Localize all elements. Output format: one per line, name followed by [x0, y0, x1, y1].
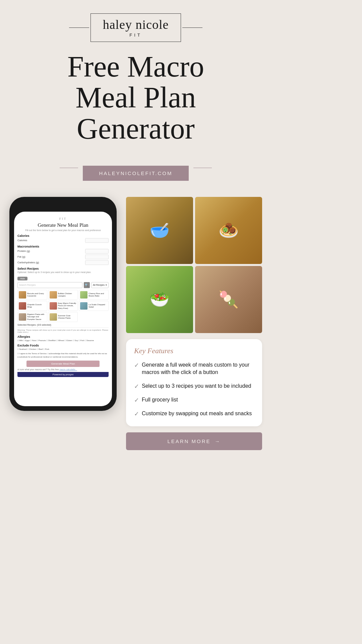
phone-optional-text: Optional: Select up to 3 recipes you wan…	[17, 271, 109, 273]
phone-screen: FIT Generate New Meal Plan Fill out the …	[14, 212, 112, 406]
phone-search-box[interactable]: Search Recipes	[17, 282, 82, 288]
learn-more-label: LEARN MORE	[167, 438, 210, 444]
phone-hide-btn[interactable]: Hide	[17, 277, 27, 280]
phone-exclude-label: Exclude Foods	[17, 344, 109, 347]
phone-title: Generate New Meal Plan	[17, 222, 109, 228]
phone-recipe-thumb-0	[19, 291, 26, 299]
logo-fit: FIT	[129, 33, 142, 38]
phone-recipe-thumb-4	[50, 302, 57, 310]
logo-line-left	[69, 28, 89, 28]
logo-script: haley nicole	[103, 18, 169, 32]
feature-check-2: ✓	[134, 383, 139, 390]
phone-warning: Warning: These recipes will show up in y…	[17, 329, 109, 333]
right-column: 🥣 🧆 🥗 🍡 Key Features ✓ Generate a full w…	[126, 197, 262, 450]
phone-recipe-name-7: Summer Goat Cheese Pasta	[58, 315, 77, 319]
phone-allergies-label: Allergies	[17, 335, 109, 338]
feature-text-1: Generate a full week of meals custom to …	[142, 361, 254, 376]
learn-more-arrow: →	[215, 438, 221, 444]
phone-calories-box[interactable]	[85, 238, 109, 243]
food-photo-salad: 🥗	[126, 266, 193, 333]
phone-selected-label: Selected Recipes: (0/3 selected)	[17, 324, 109, 326]
phone-subtitle: Fill out the form below to get a meal pl…	[17, 229, 109, 231]
phone-fat-label: Fat (g)	[17, 255, 25, 258]
phone-recipe-card-5[interactable]: La Scala Chopped Salad	[79, 301, 109, 311]
phone-carbs-box[interactable]	[85, 260, 109, 265]
phone-recipe-name-3: Chipotle Crunch Wrap	[27, 304, 46, 308]
phone-macro-text: ot sure what your macros are? Try this f…	[17, 368, 109, 371]
food-photo-chickpeas: 🥣	[126, 197, 193, 264]
phone-screen-inner: FIT Generate New Meal Plan Fill out the …	[17, 215, 109, 377]
feature-check-1: ✓	[134, 362, 139, 369]
phone-carbs-row: Carbohydrates (g)	[17, 260, 109, 265]
phone-calories-field-label: Calories	[17, 239, 27, 242]
phone-recipe-card-3[interactable]: Chipotle Crunch Wrap	[17, 301, 47, 311]
feature-item-4: ✓ Customize by swapping out meals and sn…	[134, 410, 254, 418]
key-features-card: Key Features ✓ Generate a full week of m…	[126, 339, 262, 426]
phone-dropdown[interactable]: All Recipes ▾	[91, 282, 109, 288]
feature-check-4: ✓	[134, 410, 139, 418]
feature-text-4: Customize by swapping out meals and snac…	[142, 410, 252, 417]
phone-recipe-card-6[interactable]: Rigatoni Pasta with Sausage and Pumpkin …	[17, 312, 47, 322]
logo-container: haley nicole FIT	[90, 13, 181, 42]
feature-item-2: ✓ Select up to 3 recipes you want to be …	[134, 382, 254, 390]
phone-calories-row: Calories	[17, 238, 109, 243]
phone-recipe-thumb-3	[19, 302, 26, 310]
phone-search-row: Search Recipes 🔍 All Recipes ▾	[17, 282, 109, 288]
phone-logo-area: FIT	[17, 215, 109, 221]
learn-more-btn[interactable]: LEARN MORE →	[126, 432, 262, 450]
phone-recipe-thumb-5	[80, 302, 87, 310]
content-row: FIT Generate New Meal Plan Fill out the …	[0, 197, 272, 450]
logo-line-right	[182, 28, 202, 28]
phone-allergies-items: □ Milk □ Eggs □ Nuts □ Peanuts □ Shellfi…	[17, 339, 109, 342]
phone-fat-row: Fat (g)	[17, 255, 109, 259]
main-title: Free Macro Meal Plan Generator	[61, 51, 211, 144]
phone-select-recipes-label: Select Recipes	[17, 267, 109, 270]
phone-mockup: FIT Generate New Meal Plan Fill out the …	[9, 197, 117, 411]
food-photo-meatballs: 🍡	[195, 266, 262, 333]
phone-recipe-card-2[interactable]: Cheesy Rice and Beans Bake	[79, 290, 109, 300]
phone-recipe-thumb-7	[50, 313, 57, 321]
phone-exclude-items: □ Seafood □ Chicken □ Beef □ Pork	[17, 348, 109, 351]
phone-recipe-name-2: Cheesy Rice and Beans Bake	[88, 292, 107, 297]
phone-recipe-card-1[interactable]: Buffalo Chicken Lasagna	[48, 290, 78, 300]
feature-check-3: ✓	[134, 396, 139, 404]
key-features-title: Key Features	[134, 346, 254, 355]
phone-generate-btn[interactable]: Generate Meal Plan	[26, 361, 100, 367]
badge-line-right	[193, 168, 212, 168]
phone-recipe-thumb-6	[19, 313, 26, 321]
phone-recipes-grid: Biscuits and Gravy CasseroleBuffalo Chic…	[17, 290, 109, 322]
feature-text-3: Full grocery list	[142, 396, 178, 404]
feature-item-3: ✓ Full grocery list	[134, 396, 254, 404]
food-photo-casserole: 🧆	[195, 197, 262, 264]
phone-carbs-label: Carbohydrates (g)	[17, 261, 39, 264]
phone-recipe-card-7[interactable]: Summer Goat Cheese Pasta	[48, 312, 78, 322]
phone-recipe-thumb-1	[50, 291, 57, 299]
phone-recipe-card-4[interactable]: Easy Macro Friendly Pizza (10-minute, Da…	[48, 301, 78, 311]
phone-recipe-name-5: La Scala Chopped Salad	[88, 304, 107, 308]
phone-prospre-bar: Powered by prospre	[17, 372, 109, 377]
phone-recipe-name-6: Rigatoni Pasta with Sausage and Pumpkin …	[27, 313, 46, 321]
badge-line-left	[60, 168, 78, 168]
phone-fat-box[interactable]	[85, 255, 109, 259]
phone-divider	[17, 327, 109, 328]
phone-recipe-thumb-2	[80, 291, 87, 299]
phone-macros-label: Macronutrients	[17, 245, 109, 248]
phone-notch	[43, 202, 83, 209]
food-grid: 🥣 🧆 🥗 🍡	[126, 197, 262, 333]
phone-search-icon[interactable]: 🔍	[84, 282, 90, 288]
phone-recipe-name-1: Buffalo Chicken Lasagna	[58, 292, 77, 297]
phone-protein-box[interactable]	[85, 249, 109, 254]
phone-recipe-name-0: Biscuits and Gravy Casserole	[27, 292, 46, 297]
phone-recipe-name-4: Easy Macro Friendly Pizza (10-minute, Da…	[58, 302, 77, 310]
phone-protein-row: Protein (g)	[17, 249, 109, 254]
website-badge: HALEYNICOLEFIT.COM	[60, 155, 212, 181]
phone-calories-label: Calories	[17, 234, 109, 237]
website-url: HALEYNICOLEFIT.COM	[83, 166, 188, 181]
phone-terms: □ I agree to the Terms of Service. I ack…	[17, 352, 109, 359]
phone-recipe-card-0[interactable]: Biscuits and Gravy Casserole	[17, 290, 47, 300]
phone-protein-label: Protein (g)	[17, 250, 30, 253]
phone-macro-link[interactable]: macro calculatio...	[59, 368, 77, 371]
feature-text-2: Select up to 3 recipes you want to be in…	[142, 382, 251, 390]
feature-item-1: ✓ Generate a full week of meals custom t…	[134, 361, 254, 376]
